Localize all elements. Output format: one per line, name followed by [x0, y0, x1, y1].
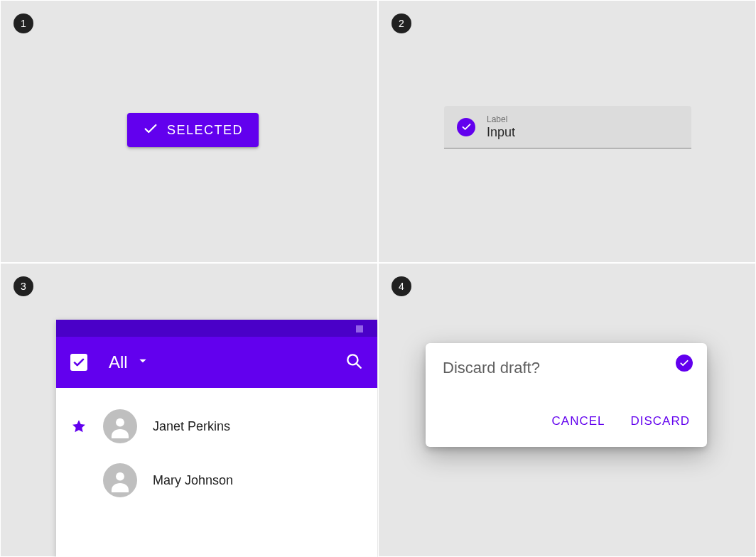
select-all-checkbox[interactable]: [70, 354, 87, 371]
contact-name: Janet Perkins: [153, 419, 230, 434]
quadrant-badge: 1: [14, 13, 33, 33]
search-icon[interactable]: [345, 352, 363, 373]
app-bar: All: [56, 337, 377, 388]
selected-button-label: SELECTED: [167, 123, 243, 138]
quadrant-1: 1 SELECTED: [0, 0, 378, 263]
check-circle-icon: [676, 355, 693, 372]
appbar-title[interactable]: All: [109, 352, 128, 372]
status-bar: [56, 320, 377, 337]
avatar: [103, 463, 137, 497]
text-field-label: Label: [487, 114, 679, 124]
text-field[interactable]: Label Input: [444, 106, 691, 148]
list-item[interactable]: Mary Johnson: [56, 453, 377, 507]
quadrant-4: 4 Discard draft? CANCEL DISCARD: [378, 263, 756, 557]
dialog-title: Discard draft?: [443, 359, 540, 377]
quadrant-3: 3 All: [0, 263, 378, 557]
svg-point-2: [116, 472, 124, 481]
check-circle-icon: [457, 118, 475, 136]
quadrant-2: 2 Label Input: [378, 0, 756, 263]
chevron-down-icon[interactable]: [138, 356, 148, 369]
discard-button[interactable]: DISCARD: [627, 410, 693, 433]
svg-point-1: [116, 418, 124, 427]
discard-dialog: Discard draft? CANCEL DISCARD: [426, 343, 707, 447]
text-field-value: Input: [487, 125, 679, 140]
cancel-button[interactable]: CANCEL: [549, 410, 608, 433]
app-card: All Janet Perkins: [56, 320, 377, 557]
quadrant-badge: 4: [392, 276, 411, 296]
statusbar-indicator-icon: [356, 325, 363, 332]
contact-name: Mary Johnson: [153, 473, 233, 488]
selected-button[interactable]: SELECTED: [127, 113, 259, 147]
quadrant-badge: 2: [392, 13, 411, 33]
star-icon[interactable]: [70, 418, 87, 434]
list-item[interactable]: Janet Perkins: [56, 399, 377, 453]
quadrant-badge: 3: [14, 276, 33, 296]
avatar: [103, 409, 137, 443]
check-icon: [143, 121, 158, 140]
